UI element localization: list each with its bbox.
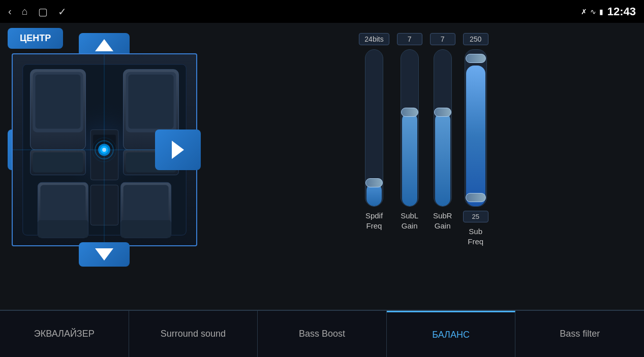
subr-gain-track[interactable] [434, 49, 452, 207]
subl-gain-column: 7 SubLGain [397, 33, 422, 231]
arrow-right-button[interactable] [155, 129, 201, 170]
spdif-freq-handle[interactable] [365, 178, 383, 187]
subl-gain-handle[interactable] [401, 108, 418, 117]
tab-bass-filter[interactable]: Bass filter [515, 311, 644, 357]
subl-gain-label: SubLGain [401, 211, 418, 231]
battery-icon: ▮ [599, 8, 603, 16]
sub-freq-handle-bottom[interactable] [466, 193, 486, 202]
svg-rect-18 [38, 220, 88, 238]
tab-bass-boost[interactable]: Bass Boost [258, 311, 387, 357]
home-icon[interactable]: ⌂ [22, 6, 28, 17]
svg-point-27 [102, 148, 106, 152]
window-icon[interactable]: ▢ [38, 6, 48, 18]
sub-freq-value-bottom: 25 [463, 211, 488, 222]
subr-gain-column: 7 SubRGain [430, 33, 455, 231]
spdif-freq-column: 24bits SpdifFreq [359, 33, 389, 231]
sub-freq-label: SubFreq [468, 226, 483, 246]
status-bar: ‹ ⌂ ▢ ✓ ✗ ∿ ▮ 12:43 [0, 0, 644, 23]
svg-marker-30 [172, 141, 184, 159]
spdif-freq-label: SpdifFreq [365, 211, 383, 231]
sub-freq-column: 250 25 SubFreq [463, 33, 488, 246]
clock: 12:43 [607, 5, 636, 18]
status-right: ✗ ∿ ▮ 12:43 [581, 5, 636, 18]
sliders-panel: 24bits SpdifFreq 7 SubLGain 7 SubRGain [211, 28, 636, 305]
subr-gain-value: 7 [430, 33, 455, 45]
svg-rect-17 [40, 185, 85, 222]
svg-marker-31 [95, 248, 113, 261]
sub-freq-value-top: 250 [463, 33, 488, 45]
tab-equalizer[interactable]: ЭКВАЛАЙЗЕР [0, 311, 129, 357]
status-icons: ✗ ∿ ▮ [581, 8, 603, 16]
wifi-icon: ∿ [590, 8, 596, 16]
bookmark-icon[interactable]: ✓ [58, 6, 67, 18]
sub-freq-track[interactable] [465, 49, 487, 207]
bluetooth-icon: ✗ [581, 8, 587, 16]
spdif-freq-value: 24bits [359, 33, 389, 45]
svg-rect-21 [120, 220, 171, 238]
svg-rect-6 [35, 75, 80, 129]
svg-rect-8 [33, 152, 83, 173]
balance-container [8, 33, 201, 267]
tab-balance[interactable]: БАЛАНС [387, 311, 516, 357]
svg-marker-0 [95, 39, 113, 51]
subl-gain-value: 7 [397, 33, 422, 45]
arrow-down-button[interactable] [79, 242, 130, 267]
back-icon[interactable]: ‹ [8, 6, 12, 17]
balance-panel: ЦЕНТР [8, 28, 201, 305]
subr-gain-label: SubRGain [433, 211, 452, 231]
sub-freq-handle-top[interactable] [466, 54, 486, 63]
nav-controls: ‹ ⌂ ▢ ✓ [8, 6, 67, 18]
subr-gain-handle[interactable] [434, 108, 451, 117]
svg-rect-11 [128, 75, 173, 129]
center-button[interactable]: ЦЕНТР [8, 28, 63, 49]
main-content: ЦЕНТР [0, 23, 644, 310]
svg-rect-20 [123, 185, 168, 222]
spdif-freq-track[interactable] [365, 49, 383, 207]
tab-surround[interactable]: Surround sound [129, 311, 258, 357]
subl-gain-track[interactable] [401, 49, 419, 207]
bottom-tabs: ЭКВАЛАЙЗЕР Surround sound Bass Boost БАЛ… [0, 310, 644, 357]
